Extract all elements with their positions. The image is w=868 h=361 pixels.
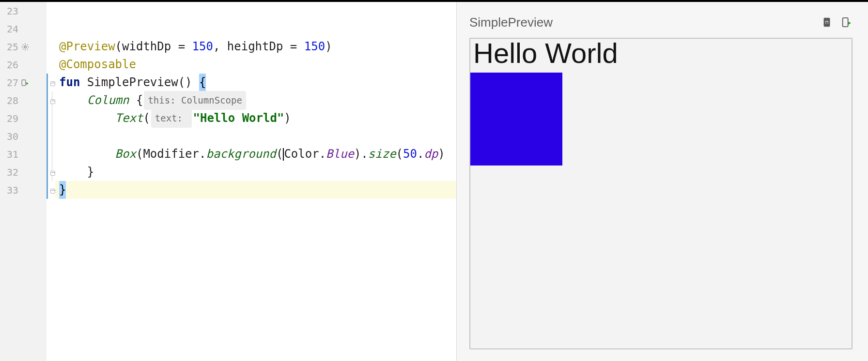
code-line: Box(Modifier.background(Color.Blue).size… bbox=[55, 145, 456, 163]
deploy-preview-icon[interactable] bbox=[840, 15, 852, 30]
code-editor[interactable]: 23 24 25 26 27 28 29 30 31 32 33 bbox=[0, 2, 456, 361]
code-area[interactable]: @Preview(widthDp = 150, heightDp = 150) … bbox=[55, 2, 456, 361]
interactive-preview-icon[interactable] bbox=[821, 15, 833, 30]
line-number: 25 bbox=[3, 41, 18, 53]
line-number: 24 bbox=[3, 23, 18, 35]
code-line-current: } bbox=[55, 181, 456, 199]
line-number: 28 bbox=[3, 95, 18, 106]
code-line bbox=[55, 127, 456, 145]
svg-rect-4 bbox=[843, 18, 848, 27]
preview-blue-box bbox=[470, 73, 562, 165]
line-number: 26 bbox=[3, 59, 18, 71]
line-number: 27 bbox=[3, 77, 18, 89]
code-line bbox=[55, 20, 456, 38]
inlay-hint: text: bbox=[151, 109, 192, 128]
gear-icon[interactable] bbox=[18, 43, 32, 51]
line-gutter: 23 24 25 26 27 28 29 30 31 32 33 bbox=[0, 2, 46, 361]
code-line: Text(text: "Hello World") bbox=[55, 109, 456, 127]
compose-preview-panel: SimplePreview Hello World bbox=[456, 2, 868, 361]
line-number: 23 bbox=[3, 5, 18, 17]
line-number: 30 bbox=[3, 131, 18, 142]
code-line: @Composable bbox=[55, 56, 456, 74]
inlay-hint: this: ColumnScope bbox=[144, 91, 246, 110]
line-number: 29 bbox=[3, 113, 18, 124]
preview-text: Hello World bbox=[473, 37, 618, 69]
line-number: 31 bbox=[3, 149, 18, 160]
preview-title: SimplePreview bbox=[469, 15, 553, 30]
code-line bbox=[55, 2, 456, 20]
code-line: @Preview(widthDp = 150, heightDp = 150) bbox=[55, 38, 456, 56]
code-line: fun SimplePreview() { bbox=[55, 74, 456, 91]
preview-canvas[interactable]: Hello World bbox=[469, 38, 852, 349]
svg-rect-1 bbox=[22, 80, 26, 86]
line-number: 32 bbox=[3, 166, 18, 178]
brace-highlight: { bbox=[199, 74, 206, 91]
brace-highlight: } bbox=[59, 181, 66, 199]
code-line: } bbox=[55, 163, 456, 181]
root: 23 24 25 26 27 28 29 30 31 32 33 bbox=[0, 2, 868, 361]
fold-strip bbox=[46, 2, 55, 361]
svg-point-0 bbox=[24, 45, 27, 48]
run-gutter-icon[interactable] bbox=[18, 78, 32, 87]
line-number: 33 bbox=[3, 184, 18, 196]
code-line: Column { this: ColumnScope bbox=[55, 91, 456, 109]
